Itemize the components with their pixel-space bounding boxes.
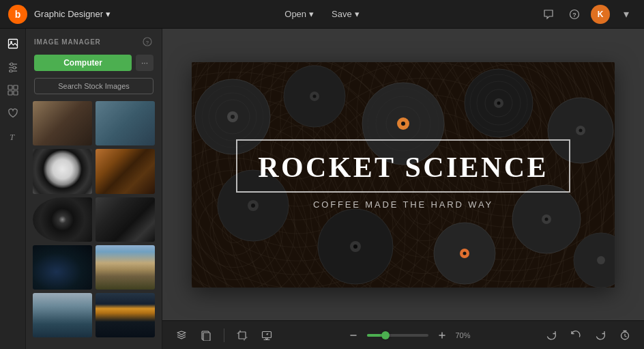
save-menu-btn[interactable]: Save ▾ — [325, 6, 366, 22]
svg-text:T: T — [10, 132, 15, 142]
favorites-rail-icon[interactable] — [3, 104, 23, 123]
timer-btn[interactable] — [615, 326, 634, 345]
zoom-out-btn[interactable] — [344, 326, 363, 345]
svg-rect-57 — [239, 332, 246, 339]
avatar-letter: K — [598, 10, 604, 19]
list-item[interactable] — [33, 197, 92, 242]
svg-rect-12 — [8, 91, 12, 95]
list-item[interactable] — [33, 101, 92, 145]
save-chevron-icon: ▾ — [355, 9, 360, 19]
svg-text:?: ? — [572, 12, 576, 18]
list-item[interactable] — [33, 245, 92, 290]
zoom-thumb — [381, 331, 390, 339]
svg-point-28 — [497, 101, 501, 104]
canvas-area: ROCKET SCIENCE COFFEE MADE THE HARD WAY — [162, 29, 644, 349]
svg-point-45 — [597, 256, 605, 264]
svg-point-40 — [463, 251, 467, 255]
svg-text:?: ? — [146, 40, 149, 46]
search-stock-btn[interactable]: Search Stock Images — [34, 78, 153, 94]
present-icon — [261, 330, 272, 341]
svg-point-19 — [231, 115, 235, 119]
crop-icon — [237, 330, 248, 341]
zoom-in-btn[interactable] — [433, 326, 452, 345]
bottom-toolbar: 70% — [162, 320, 644, 349]
canvas-title: ROCKET SCIENCE — [258, 152, 548, 183]
text-icon: T — [8, 131, 18, 142]
logo-letter: b — [15, 9, 21, 20]
zoom-slider[interactable] — [367, 334, 428, 337]
list-item[interactable] — [96, 245, 155, 290]
user-menu-chevron[interactable]: ▾ — [617, 5, 636, 24]
chat-icon-btn[interactable] — [539, 5, 558, 24]
heart-icon — [8, 108, 18, 119]
sidebar-header: IMAGE MANAGER ? — [26, 29, 162, 52]
list-item[interactable] — [96, 197, 155, 242]
list-item[interactable] — [96, 101, 155, 145]
app-name-label: Graphic Designer — [34, 9, 103, 19]
topnav-right: ? K ▾ — [539, 5, 636, 24]
undo-icon — [570, 330, 581, 341]
svg-rect-13 — [14, 91, 18, 95]
svg-point-44 — [574, 233, 615, 288]
save-label: Save — [332, 9, 352, 19]
open-menu-btn[interactable]: Open ▾ — [278, 6, 321, 22]
svg-point-5 — [10, 63, 13, 66]
sliders-icon — [8, 61, 18, 72]
list-item[interactable] — [33, 149, 92, 193]
canvas-content: ROCKET SCIENCE COFFEE MADE THE HARD WAY — [236, 139, 570, 210]
help-icon: ? — [569, 9, 580, 20]
topnav-center: Open ▾ Save ▾ — [278, 6, 366, 22]
sidebar-actions: Computer ··· — [26, 52, 162, 76]
minus-icon — [349, 331, 357, 339]
redo-icon — [595, 330, 606, 341]
topnav: b Graphic Designer ▾ Open ▾ Save ▾ ? K — [0, 0, 644, 29]
avatar[interactable]: K — [591, 5, 610, 24]
pages-icon — [201, 330, 211, 341]
sidebar-help-btn[interactable]: ? — [141, 36, 153, 48]
plus-icon — [438, 331, 446, 339]
open-label: Open — [284, 9, 306, 19]
undo-btn[interactable] — [566, 326, 585, 345]
image-icon — [8, 38, 18, 49]
svg-point-25 — [401, 122, 405, 126]
app-name-btn[interactable]: Graphic Designer ▾ — [34, 9, 111, 19]
app-logo: b — [8, 5, 27, 24]
svg-rect-11 — [14, 85, 18, 89]
help-icon-btn[interactable]: ? — [565, 5, 584, 24]
more-btn[interactable]: ··· — [136, 55, 153, 71]
icon-rail: T — [0, 29, 26, 349]
layers-btn[interactable] — [172, 326, 191, 345]
list-item[interactable] — [96, 293, 155, 337]
grid-rail-icon[interactable] — [3, 81, 23, 100]
filters-rail-icon[interactable] — [3, 57, 23, 76]
sidebar-title: IMAGE MANAGER — [34, 38, 137, 46]
main-area: T IMAGE MANAGER ? Computer ··· Search St… — [0, 29, 644, 349]
image-grid — [26, 101, 162, 349]
grid-icon — [8, 85, 18, 96]
computer-btn[interactable]: Computer — [34, 55, 132, 71]
sidebar-panel: IMAGE MANAGER ? Computer ··· Search Stoc… — [26, 29, 162, 349]
refresh-icon — [546, 330, 557, 341]
chat-icon — [543, 9, 554, 20]
clock-icon — [619, 330, 630, 341]
pages-btn[interactable] — [196, 326, 216, 345]
canvas-border-box: ROCKET SCIENCE — [236, 139, 570, 193]
canvas-card: ROCKET SCIENCE COFFEE MADE THE HARD WAY — [192, 62, 615, 288]
crop-btn[interactable] — [233, 326, 252, 345]
redo-alt-btn[interactable] — [542, 326, 561, 345]
text-rail-icon[interactable]: T — [3, 127, 23, 146]
svg-point-22 — [313, 94, 317, 98]
list-item[interactable] — [96, 149, 155, 193]
svg-rect-56 — [203, 333, 210, 341]
canvas-subtitle: COFFEE MADE THE HARD WAY — [236, 199, 570, 210]
toolbar-divider-1 — [224, 329, 224, 342]
svg-rect-2 — [8, 40, 17, 48]
chevron-down-icon: ▾ — [106, 9, 111, 19]
images-rail-icon[interactable] — [3, 34, 23, 53]
present-btn[interactable] — [257, 326, 276, 345]
svg-point-9 — [10, 70, 12, 72]
redo-btn[interactable] — [591, 326, 610, 345]
svg-point-43 — [353, 245, 357, 249]
list-item[interactable] — [33, 293, 92, 337]
svg-point-31 — [579, 128, 583, 132]
